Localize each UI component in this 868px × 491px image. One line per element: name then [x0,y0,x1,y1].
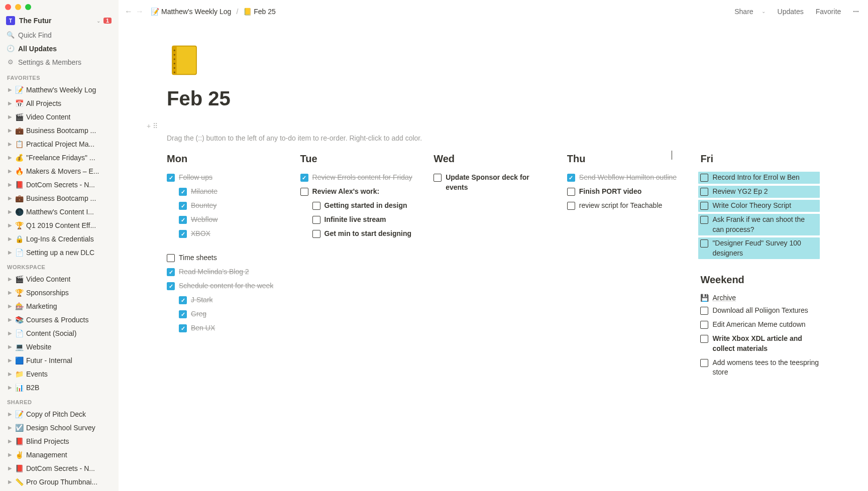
checkbox[interactable] [179,296,187,304]
todo-item[interactable]: Record Intro for Errol w Ben [698,172,820,184]
checkbox[interactable] [567,188,575,196]
favorite-button[interactable]: Favorite [813,6,844,18]
disclosure-triangle-icon[interactable]: ▶ [6,222,14,228]
todo-text[interactable]: Record Intro for Errol w Ben [712,173,800,183]
updates-button[interactable]: Updates [775,6,807,18]
todo-text[interactable]: Review YG2 Ep 2 [712,187,768,197]
todo-text[interactable]: "Designer Feud" Survey 100 designers [712,238,818,258]
todo-item[interactable]: Ask Frank if we can shoot the can proces… [698,214,820,235]
nav-forward[interactable]: → [136,7,144,16]
page-title[interactable]: Feb 25 [167,87,820,110]
todo-item[interactable]: Milanote [167,186,286,198]
checkbox[interactable] [167,254,175,262]
disclosure-triangle-icon[interactable]: ▶ [6,479,14,484]
sidebar-page-item[interactable]: ▶🏆Sponsorships [0,286,119,299]
sidebar-page-item[interactable]: ▶☑️Design School Survey [0,421,119,434]
sidebar-page-item[interactable]: ▶🎬Video Content [0,272,119,286]
todo-text[interactable]: J Stark [191,295,213,305]
todo-item[interactable]: Bountey [167,200,286,212]
disclosure-triangle-icon[interactable]: ▶ [6,452,14,457]
sidebar-page-item[interactable]: ▶📕Blind Projects [0,434,119,448]
checkbox[interactable] [179,230,187,238]
sidebar-page-item[interactable]: ▶📋Practical Project Ma... [0,137,119,151]
checkbox[interactable] [312,230,320,238]
todo-item[interactable]: Follow ups [167,172,286,184]
sidebar-page-item[interactable]: ▶📕DotCom Secrets - N... [0,461,119,475]
sidebar-page-item[interactable]: ▶💼Business Bootcamp ... [0,191,119,205]
disclosure-triangle-icon[interactable]: ▶ [6,330,14,336]
checkbox[interactable] [300,174,308,182]
sidebar-page-item[interactable]: ▶📝Matthew's Weekly Log [0,83,119,96]
disclosure-triangle-icon[interactable]: ▶ [6,385,14,390]
more-menu-button[interactable]: ··· [850,6,862,18]
sidebar-page-item[interactable]: ▶📝Copy of Pitch Deck [0,407,119,421]
sidebar-page-item[interactable]: ▶📕DotCom Secrets - N... [0,178,119,191]
checkbox[interactable] [700,307,708,315]
window-close[interactable] [5,4,11,10]
todo-text[interactable]: Write Xbox XDL article and collect mater… [712,334,820,353]
drag-handle-icon[interactable]: ⠿ [153,122,158,130]
todo-item[interactable]: Finish PORT video [567,186,687,198]
window-maximize[interactable] [25,4,31,10]
disclosure-triangle-icon[interactable]: ▶ [6,303,14,309]
checkbox[interactable] [312,202,320,210]
todo-item[interactable]: Write Xbox XDL article and collect mater… [700,333,820,354]
todo-text[interactable]: Ben UX [191,323,215,333]
disclosure-triangle-icon[interactable]: ▶ [6,371,14,377]
checkbox[interactable] [167,282,175,290]
todo-text[interactable]: Download all Poliigon Textures [712,306,808,316]
todo-item[interactable]: XBOX [167,228,286,240]
checkbox[interactable] [700,335,708,343]
checkbox[interactable] [700,216,708,224]
sidebar-page-item[interactable]: ▶🎰Marketing [0,299,119,313]
todo-item[interactable]: Getting started in design [300,200,420,212]
checkbox[interactable] [179,324,187,332]
checkbox[interactable] [300,188,308,196]
disclosure-triangle-icon[interactable]: ▶ [6,87,14,92]
checkbox[interactable] [700,202,708,210]
todo-item[interactable]: Write Color Theory Script [698,200,820,212]
checkbox[interactable] [700,174,708,182]
checkbox[interactable] [567,174,575,182]
checkbox[interactable] [700,359,708,367]
disclosure-triangle-icon[interactable]: ▶ [6,250,14,255]
todo-item[interactable]: Ben UX [167,322,286,334]
todo-item[interactable]: J Stark [167,294,286,306]
todo-item[interactable]: Infinite live stream [300,214,420,226]
todo-text[interactable]: Review Errols content for Friday [312,173,412,183]
checkbox[interactable] [700,321,708,329]
todo-text[interactable]: Update Sponsor deck for events [446,173,553,192]
sidebar-page-item[interactable]: ▶💼Business Bootcamp ... [0,124,119,137]
sidebar-quick-find[interactable]: 🔍 Quick Find [0,28,119,42]
todo-item[interactable]: review script for Teachable [567,200,687,212]
todo-text[interactable]: review script for Teachable [579,201,662,211]
sidebar-page-item[interactable]: ▶💼Course from Scratch [0,488,119,491]
disclosure-triangle-icon[interactable]: ▶ [6,465,14,471]
breadcrumb-parent[interactable]: 📝 Matthew's Weekly Log [149,7,233,17]
todo-text[interactable]: Greg [191,309,206,319]
checkbox[interactable] [167,268,175,276]
sidebar-page-item[interactable]: ▶🔒Log-Ins & Credentials [0,232,119,245]
sidebar-page-item[interactable]: ▶🌑Matthew's Content I... [0,205,119,218]
todo-item[interactable]: Webflow [167,214,286,226]
todo-text[interactable]: Send Webflow Hamilton outline [579,173,677,183]
disclosure-triangle-icon[interactable]: ▶ [6,344,14,349]
disclosure-triangle-icon[interactable]: ▶ [6,195,14,201]
todo-item[interactable]: Review Alex's work: [300,186,420,198]
disclosure-triangle-icon[interactable]: ▶ [6,155,14,160]
sidebar-page-item[interactable]: ▶📄Content (Social) [0,326,119,340]
sidebar-settings[interactable]: ⚙ Settings & Members [0,55,119,69]
todo-item[interactable]: Send Webflow Hamilton outline [567,172,687,184]
todo-item[interactable]: Read Melinda's Blog 2 [167,266,286,278]
checkbox[interactable] [179,310,187,318]
share-button[interactable]: Share [731,6,756,18]
checkbox[interactable] [700,188,708,196]
checkbox[interactable] [179,202,187,210]
sidebar-page-item[interactable]: ▶💰"Freelance Fridays" ... [0,151,119,164]
todo-text[interactable]: Write Color Theory Script [712,201,791,211]
todo-item[interactable]: Greg [167,308,286,320]
todo-text[interactable]: Get min to start designing [324,229,411,239]
disclosure-triangle-icon[interactable]: ▶ [6,100,14,106]
nav-back[interactable]: ← [125,7,133,16]
checkbox[interactable] [433,174,442,182]
